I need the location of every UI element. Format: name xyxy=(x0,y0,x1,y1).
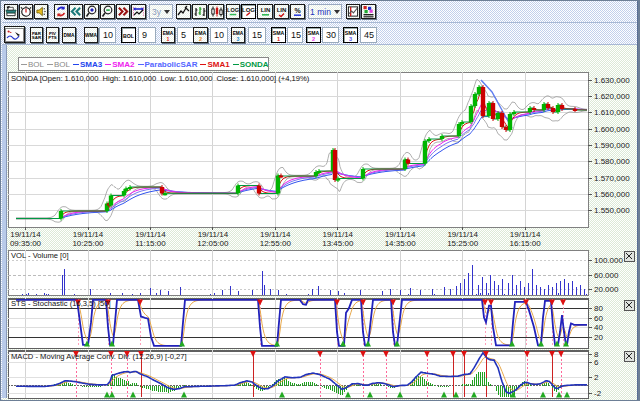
svg-text:%: % xyxy=(294,7,301,14)
svg-text:1: 1 xyxy=(167,36,170,42)
svg-text:1.600,000: 1.600,000 xyxy=(594,125,630,134)
svg-text:15:25:00: 15:25:00 xyxy=(447,239,479,248)
svg-text:LOG: LOG xyxy=(227,7,239,13)
svg-text:1.610,000: 1.610,000 xyxy=(594,108,630,117)
svg-text:19/11/14: 19/11/14 xyxy=(323,230,354,239)
svg-text:1.550,000: 1.550,000 xyxy=(594,206,630,215)
svg-text:EMA: EMA xyxy=(195,30,207,36)
svg-text:19/11/14: 19/11/14 xyxy=(10,230,41,239)
svg-text:1.560,000: 1.560,000 xyxy=(594,190,630,199)
svg-text:WMA: WMA xyxy=(85,33,97,38)
svg-text:SMA: SMA xyxy=(273,30,285,36)
svg-text:13:45:00: 13:45:00 xyxy=(322,239,354,248)
svg-text:LOG: LOG xyxy=(242,7,255,13)
svg-text:STS - Stochastic (16,3,5) [50]: STS - Stochastic (16,3,5) [50] xyxy=(11,299,111,308)
svg-text:100.000: 100.000 xyxy=(594,256,623,265)
svg-text:SMA: SMA xyxy=(308,30,320,36)
svg-text:20.000: 20.000 xyxy=(594,285,619,294)
svg-text:80: 80 xyxy=(594,304,603,313)
svg-text:3: 3 xyxy=(349,36,352,42)
svg-text:40: 40 xyxy=(594,323,603,332)
svg-text:1: 1 xyxy=(277,36,280,42)
svg-text:SAR: SAR xyxy=(32,35,42,40)
svg-text:19/11/14: 19/11/14 xyxy=(447,230,478,239)
svg-text:1.570,000: 1.570,000 xyxy=(594,174,630,183)
svg-text:14:35:00: 14:35:00 xyxy=(385,239,417,248)
svg-text:12:05:00: 12:05:00 xyxy=(197,239,229,248)
svg-text:19/11/14: 19/11/14 xyxy=(510,230,541,239)
svg-text:60.000: 60.000 xyxy=(594,271,619,280)
svg-text:11:15:00: 11:15:00 xyxy=(135,239,166,248)
svg-text:VOL - Volume [0]: VOL - Volume [0] xyxy=(11,251,69,260)
svg-text:PTS: PTS xyxy=(48,35,57,40)
svg-text:6: 6 xyxy=(594,358,599,367)
svg-text:10:25:00: 10:25:00 xyxy=(72,239,104,248)
svg-text:LIN: LIN xyxy=(260,7,270,13)
svg-text:09:35:00: 09:35:00 xyxy=(10,239,42,248)
svg-text:1.630,000: 1.630,000 xyxy=(594,76,630,85)
svg-text:SMA: SMA xyxy=(345,30,357,36)
svg-text:19/11/14: 19/11/14 xyxy=(73,230,104,239)
svg-text:2: 2 xyxy=(594,373,599,382)
svg-text:LIN: LIN xyxy=(277,7,287,13)
svg-text:3: 3 xyxy=(237,36,240,42)
svg-text:1.620,000: 1.620,000 xyxy=(594,92,630,101)
svg-text:20: 20 xyxy=(594,333,603,342)
svg-text:1.580,000: 1.580,000 xyxy=(594,157,630,166)
svg-text:19/11/14: 19/11/14 xyxy=(385,230,416,239)
svg-text:19/11/14: 19/11/14 xyxy=(198,230,229,239)
svg-text:16:15:00: 16:15:00 xyxy=(510,239,542,248)
svg-text:-2: -2 xyxy=(594,389,602,398)
svg-text:19/11/14: 19/11/14 xyxy=(260,230,291,239)
svg-text:2: 2 xyxy=(312,36,315,42)
svg-text:19/11/14: 19/11/14 xyxy=(135,230,166,239)
svg-text:12:55:00: 12:55:00 xyxy=(260,239,292,248)
svg-text:DMA: DMA xyxy=(64,33,75,38)
svg-text:MACD - Moving Average Conv. Di: MACD - Moving Average Conv. Div. (12,26,… xyxy=(11,352,187,361)
svg-text:60: 60 xyxy=(594,314,603,323)
svg-text:SONDA [Open: 1.610,000 High:: SONDA [Open: 1.610,000 High: 1.610,000 L… xyxy=(11,74,310,83)
svg-text:BOL: BOL xyxy=(123,33,135,39)
svg-text:1.590,000: 1.590,000 xyxy=(594,141,630,150)
svg-text:2: 2 xyxy=(199,36,202,42)
